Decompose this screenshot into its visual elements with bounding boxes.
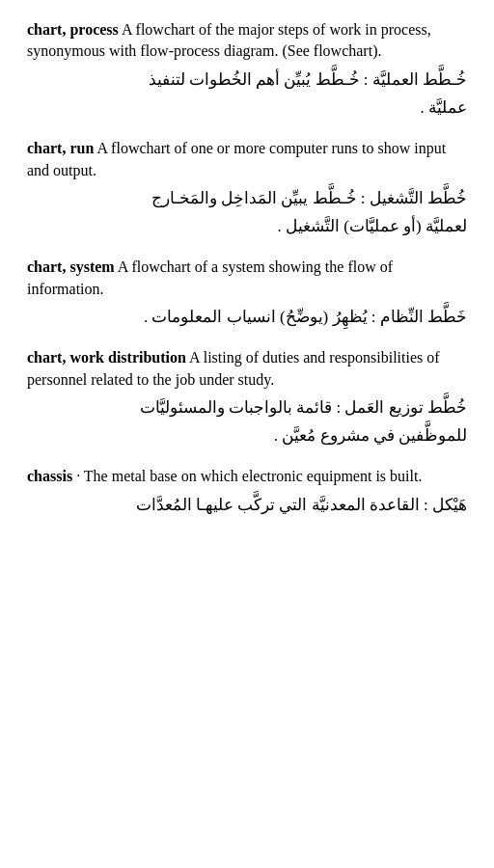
dictionary-entry: chart, system A flowchart of a system sh… <box>27 257 467 330</box>
page-content: chart, process A flowchart of the major … <box>27 19 467 518</box>
entry-term: chart, process <box>27 21 119 38</box>
entry-english: chart, system A flowchart of a system sh… <box>27 257 467 300</box>
dictionary-entry: chart, work distribution A listing of du… <box>27 347 467 448</box>
entry-arabic: لعمليَّة (أو عمليَّات) التَّشغيل . <box>27 213 467 239</box>
entry-arabic: عمليَّة . <box>27 95 467 121</box>
entry-arabic: خُطَّط التَّشغيل : خُـطَّط يبيِّن المَدا… <box>27 185 467 211</box>
dictionary-entry: chassis · The metal base on which electr… <box>27 466 467 518</box>
entry-arabic: خَطَّط النِّظام : يُظهِرُ (يوضِّحُ) انسي… <box>27 304 467 330</box>
entry-term: chart, work distribution <box>27 349 186 366</box>
entry-english: chassis · The metal base on which electr… <box>27 466 467 487</box>
entry-term: chart, system <box>27 258 115 275</box>
dictionary-entry: chart, process A flowchart of the major … <box>27 19 467 121</box>
entry-english: chart, process A flowchart of the major … <box>27 19 467 63</box>
entry-arabic: هَيْكل : القاعدة المعدنيَّة التي تركَّب … <box>27 492 467 518</box>
entry-arabic: خُـطَّط العمليَّة : خُـطَّط يُبيِّن أهم … <box>27 67 467 93</box>
dictionary-entry: chart, run A flowchart of one or more co… <box>27 138 467 239</box>
entry-term: chassis <box>27 468 72 484</box>
entry-definition: · The metal base on which electronic equ… <box>72 468 422 484</box>
entry-arabic: للموظَّفين في مشروع مُعيَّن . <box>27 422 467 448</box>
entry-arabic: خُطَّط توزيع العَمل : قائمة بالواجبات وا… <box>27 394 467 420</box>
entry-term: chart, run <box>27 140 94 156</box>
entry-english: chart, work distribution A listing of du… <box>27 347 467 391</box>
entry-english: chart, run A flowchart of one or more co… <box>27 138 467 181</box>
